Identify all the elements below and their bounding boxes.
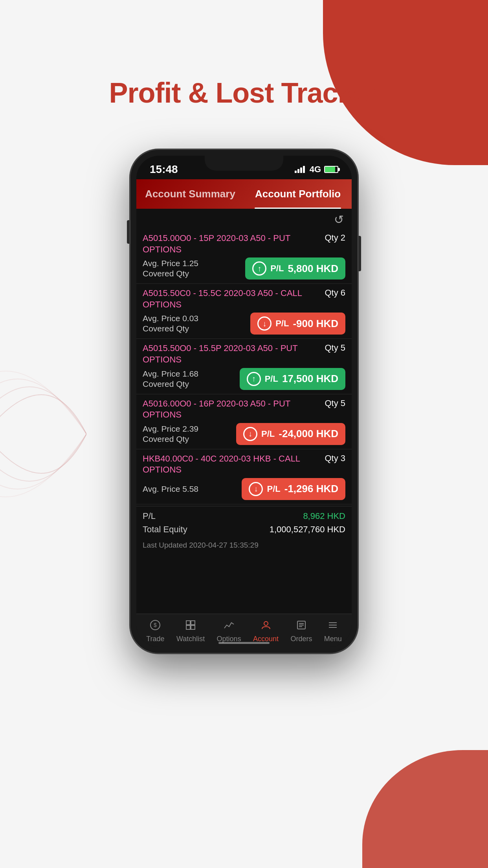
- item-header: HKB40.00C0 - 40C 2020-03 HKB - CALL OPTI…: [143, 453, 345, 476]
- tab-account-portfolio-label: Account Portfolio: [255, 188, 341, 200]
- nav-trade-label: Trade: [146, 635, 164, 643]
- menu-icon: [327, 620, 338, 633]
- svg-rect-2: [186, 621, 190, 625]
- svg-rect-5: [191, 625, 195, 629]
- svg-rect-3: [191, 621, 195, 625]
- avg-price: Avg. Price 1.68: [143, 369, 198, 379]
- bg-arcs: [0, 336, 86, 532]
- item-left: Avg. Price 0.03 Covered Qty: [143, 314, 198, 333]
- summary-footer: P/L 8,962 HKD Total Equity 1,000,527,760…: [136, 506, 352, 539]
- bg-decoration-bottom-right: [362, 750, 488, 868]
- pl-value: -1,296 HKD: [284, 483, 338, 495]
- item-left: Avg. Price 1.68 Covered Qty: [143, 369, 198, 389]
- portfolio-list: A5015.00O0 - 15P 2020-03 A50 - PUT OPTIO…: [136, 229, 352, 506]
- pl-badge: ↑ P/L 17,500 HKD: [240, 368, 345, 390]
- pl-summary-row: P/L 8,962 HKD: [143, 509, 345, 523]
- trade-icon: $: [150, 620, 161, 633]
- phone-notch: [205, 156, 283, 171]
- item-details: Avg. Price 2.39 Covered Qty ↓ P/L -24,00…: [143, 423, 345, 445]
- tab-account-summary-label: Account Summary: [145, 188, 235, 200]
- total-equity-label: Total Equity: [143, 524, 187, 535]
- pl-down-arrow-icon: ↓: [257, 316, 272, 331]
- content-area: ↺ A5015.00O0 - 15P 2020-03 A50 - PUT OPT…: [136, 209, 352, 551]
- nav-item-trade[interactable]: $ Trade: [146, 620, 164, 643]
- avg-price: Avg. Price 1.25: [143, 259, 198, 268]
- options-chart-icon: [224, 620, 235, 633]
- item-details: Avg. Price 0.03 Covered Qty ↓ P/L -900 H…: [143, 313, 345, 335]
- avg-price: Avg. Price 5.58: [143, 484, 198, 494]
- refresh-row: ↺: [136, 209, 352, 229]
- portfolio-item: A5015.50C0 - 15.5C 2020-03 A50 - CALL OP…: [136, 284, 352, 339]
- item-left: Avg. Price 2.39 Covered Qty: [143, 424, 198, 444]
- item-name: HKB40.00C0 - 40C 2020-03 HKB - CALL OPTI…: [143, 453, 321, 476]
- watchlist-icon: [185, 620, 196, 633]
- total-equity-value: 1,000,527,760 HKD: [270, 524, 345, 535]
- item-qty: Qty 3: [325, 453, 345, 463]
- pl-label: P/L: [143, 511, 156, 521]
- status-icons: 4G: [295, 164, 338, 175]
- item-header: A5015.50O0 - 15.5P 2020-03 A50 - PUT OPT…: [143, 343, 345, 365]
- item-left: Avg. Price 1.25 Covered Qty: [143, 259, 198, 278]
- portfolio-item: HKB40.00C0 - 40C 2020-03 HKB - CALL OPTI…: [136, 449, 352, 504]
- status-time: 15:48: [150, 163, 178, 176]
- pl-down-arrow-icon: ↓: [243, 427, 257, 441]
- nav-item-orders[interactable]: Orders: [290, 620, 312, 643]
- item-details: Avg. Price 1.25 Covered Qty ↑ P/L 5,800 …: [143, 257, 345, 280]
- item-details: Avg. Price 5.58 ↓ P/L -1,296 HKD: [143, 478, 345, 500]
- pl-badge: ↑ P/L 5,800 HKD: [245, 257, 345, 280]
- battery-icon: [324, 166, 338, 173]
- nav-item-options[interactable]: Options: [217, 620, 241, 643]
- network-label: 4G: [310, 164, 321, 175]
- item-name: A5015.00O0 - 15P 2020-03 A50 - PUT OPTIO…: [143, 233, 321, 255]
- pl-badge: ↓ P/L -900 HKD: [250, 313, 345, 335]
- pl-badge: ↓ P/L -24,000 HKD: [236, 423, 345, 445]
- tab-bar: Account Summary Account Portfolio: [136, 179, 352, 209]
- item-details: Avg. Price 1.68 Covered Qty ↑ P/L 17,500…: [143, 368, 345, 390]
- signal-bars-icon: [295, 166, 305, 173]
- item-qty: Qty 6: [325, 288, 345, 298]
- app-header: Account Summary Account Portfolio: [136, 179, 352, 209]
- svg-rect-4: [186, 625, 190, 629]
- item-header: A5016.00O0 - 16P 2020-03 A50 - PUT OPTIO…: [143, 398, 345, 421]
- item-qty: Qty 5: [325, 398, 345, 408]
- pl-total-value: 8,962 HKD: [303, 511, 345, 521]
- item-left: Avg. Price 5.58: [143, 484, 198, 494]
- svg-point-6: [264, 622, 268, 625]
- item-name: A5015.50C0 - 15.5C 2020-03 A50 - CALL OP…: [143, 288, 321, 310]
- page-title: Profit & Lost Tracker: [0, 77, 488, 109]
- pl-value: -900 HKD: [293, 318, 338, 330]
- covered-qty: Covered Qty: [143, 324, 198, 333]
- orders-icon: [296, 620, 307, 633]
- item-name: A5016.00O0 - 16P 2020-03 A50 - PUT OPTIO…: [143, 398, 321, 421]
- nav-item-watchlist[interactable]: Watchlist: [176, 620, 205, 643]
- item-name: A5015.50O0 - 15.5P 2020-03 A50 - PUT OPT…: [143, 343, 321, 365]
- nav-orders-label: Orders: [290, 635, 312, 643]
- phone-screen: 15:48 4G: [136, 156, 352, 647]
- covered-qty: Covered Qty: [143, 379, 198, 389]
- pl-up-arrow-icon: ↑: [252, 261, 266, 276]
- pl-value: 17,500 HKD: [282, 373, 338, 385]
- portfolio-item: A5015.50O0 - 15.5P 2020-03 A50 - PUT OPT…: [136, 339, 352, 394]
- pl-value: 5,800 HKD: [288, 263, 338, 275]
- nav-item-account[interactable]: Account: [253, 620, 279, 643]
- tab-account-summary[interactable]: Account Summary: [136, 179, 244, 209]
- account-icon: [261, 620, 272, 633]
- covered-qty: Covered Qty: [143, 269, 198, 278]
- item-header: A5015.00O0 - 15P 2020-03 A50 - PUT OPTIO…: [143, 233, 345, 255]
- pl-up-arrow-icon: ↑: [247, 372, 261, 386]
- home-indicator: [218, 642, 270, 644]
- nav-menu-label: Menu: [324, 635, 342, 643]
- total-equity-row: Total Equity 1,000,527,760 HKD: [143, 523, 345, 536]
- covered-qty: Covered Qty: [143, 434, 198, 444]
- phone-mockup: 15:48 4G: [130, 149, 358, 653]
- pl-value: -24,000 HKD: [279, 428, 338, 440]
- svg-text:$: $: [154, 622, 157, 628]
- nav-item-menu[interactable]: Menu: [324, 620, 342, 643]
- nav-watchlist-label: Watchlist: [176, 635, 205, 643]
- tab-account-portfolio[interactable]: Account Portfolio: [244, 179, 352, 209]
- phone-outer: 15:48 4G: [130, 149, 358, 653]
- avg-price: Avg. Price 2.39: [143, 424, 198, 434]
- refresh-button[interactable]: ↺: [334, 213, 344, 226]
- pl-badge: ↓ P/L -1,296 HKD: [242, 478, 345, 500]
- portfolio-item: A5015.00O0 - 15P 2020-03 A50 - PUT OPTIO…: [136, 229, 352, 284]
